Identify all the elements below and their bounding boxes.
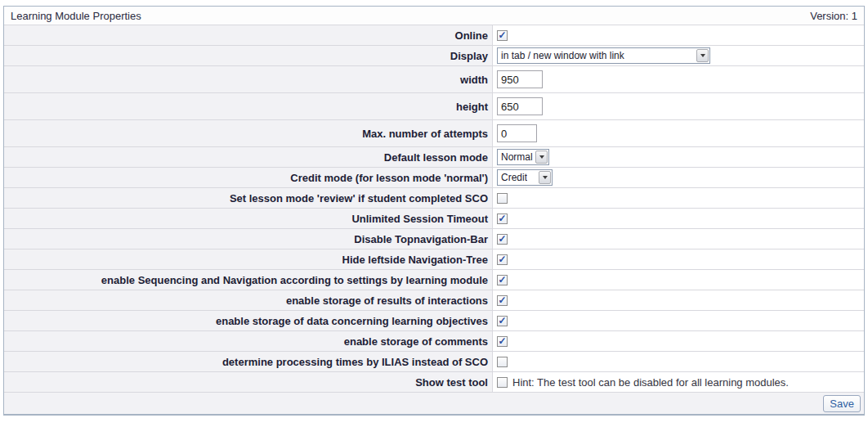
field-control: Normal — [493, 147, 864, 167]
select-value: in tab / new window with link — [498, 50, 624, 61]
field-control: ✓ — [493, 25, 864, 45]
check-icon: ✓ — [498, 336, 506, 346]
unlimited-session-timeout-checkbox[interactable]: ✓ — [497, 214, 508, 224]
field-control — [493, 188, 864, 208]
form-row-default-lesson-mode: Default lesson modeNormal — [4, 147, 864, 168]
field-control: ✓ — [493, 311, 864, 330]
field-control: Credit — [493, 168, 864, 187]
field-label: Set lesson mode 'review' if student comp… — [4, 188, 493, 208]
field-label: enable storage of data concerning learni… — [4, 311, 493, 330]
hint-text: Hint: The test tool can be disabled for … — [512, 376, 789, 389]
review-if-completed-checkbox[interactable] — [497, 193, 508, 204]
enable-sequencing-navigation-checkbox[interactable]: ✓ — [497, 275, 508, 285]
field-label: determine processing times by ILIAS inst… — [4, 352, 493, 371]
version-label: Version: 1 — [810, 10, 857, 22]
field-control — [493, 93, 864, 119]
field-label: Online — [4, 25, 493, 45]
check-icon: ✓ — [498, 30, 506, 40]
field-label: height — [4, 93, 493, 119]
height-input[interactable] — [497, 97, 543, 115]
field-control: ✓ — [493, 270, 864, 290]
check-icon: ✓ — [498, 254, 506, 264]
field-label: Default lesson mode — [4, 147, 493, 167]
form-row-online: Online✓ — [4, 25, 864, 46]
default-lesson-mode-select[interactable]: Normal — [497, 149, 549, 165]
field-control: ✓ — [493, 290, 864, 310]
command-row: Save — [4, 393, 864, 414]
field-control — [493, 352, 864, 371]
form-row-enable-storage-comments: enable storage of comments✓ — [4, 331, 864, 352]
form-row-unlimited-session-timeout: Unlimited Session Timeout✓ — [4, 209, 864, 229]
field-label: enable Sequencing and Navigation accordi… — [4, 270, 493, 290]
form-row-hide-leftside-navigation-tree: Hide leftside Navigation-Tree✓ — [4, 249, 864, 270]
enable-storage-comments-checkbox[interactable]: ✓ — [497, 336, 508, 347]
form-row-enable-storage-objectives: enable storage of data concerning learni… — [4, 311, 864, 331]
chevron-down-icon — [539, 171, 551, 184]
page-title: Learning Module Properties — [11, 10, 141, 22]
field-label: Display — [4, 46, 493, 65]
learning-module-properties-panel: Learning Module Properties Version: 1 On… — [3, 6, 865, 416]
select-value: Normal — [498, 151, 533, 163]
form-row-display: Displayin tab / new window with link — [4, 46, 864, 66]
chevron-down-icon — [696, 49, 709, 62]
field-label: Max. number of attempts — [4, 120, 493, 146]
field-control: Hint: The test tool can be disabled for … — [493, 372, 864, 392]
field-label: Unlimited Session Timeout — [4, 209, 493, 228]
form-row-show-test-tool: Show test toolHint: The test tool can be… — [4, 372, 864, 393]
enable-storage-interactions-checkbox[interactable]: ✓ — [497, 295, 508, 306]
field-control — [493, 66, 864, 92]
field-label: width — [4, 66, 493, 92]
online-checkbox[interactable]: ✓ — [497, 30, 508, 41]
field-label: enable storage of comments — [4, 331, 493, 351]
disable-topnavigation-bar-checkbox[interactable]: ✓ — [497, 234, 508, 245]
field-label: Show test tool — [4, 372, 493, 392]
check-icon: ✓ — [498, 234, 506, 244]
check-icon: ✓ — [498, 214, 506, 223]
select-value: Credit — [498, 172, 527, 183]
field-control: ✓ — [493, 249, 864, 269]
form-row-disable-topnavigation-bar: Disable Topnavigation-Bar✓ — [4, 229, 864, 249]
field-control: ✓ — [493, 209, 864, 228]
width-input[interactable] — [497, 70, 543, 88]
field-control: ✓ — [493, 229, 864, 249]
form-row-enable-storage-interactions: enable storage of results of interaction… — [4, 290, 864, 311]
show-test-tool-checkbox[interactable] — [497, 377, 508, 388]
panel-header: Learning Module Properties Version: 1 — [4, 7, 864, 25]
form-row-max-attempts: Max. number of attempts — [4, 120, 864, 147]
max-attempts-input[interactable] — [497, 124, 537, 142]
processing-times-ilias-checkbox[interactable] — [497, 357, 508, 367]
field-control: in tab / new window with link — [493, 46, 864, 65]
form-row-width: width — [4, 66, 864, 93]
hide-leftside-navigation-tree-checkbox[interactable]: ✓ — [497, 254, 508, 265]
form-row-credit-mode: Credit mode (for lesson mode 'normal')Cr… — [4, 168, 864, 188]
field-label: enable storage of results of interaction… — [4, 290, 493, 310]
save-button[interactable]: Save — [823, 395, 861, 412]
form-rows: Online✓Displayin tab / new window with l… — [4, 25, 864, 393]
field-label: Credit mode (for lesson mode 'normal') — [4, 168, 493, 187]
form-row-review-if-completed: Set lesson mode 'review' if student comp… — [4, 188, 864, 209]
credit-mode-select[interactable]: Credit — [497, 169, 553, 186]
check-icon: ✓ — [498, 275, 506, 285]
form-row-enable-sequencing-navigation: enable Sequencing and Navigation accordi… — [4, 270, 864, 290]
form-row-processing-times-ilias: determine processing times by ILIAS inst… — [4, 352, 864, 372]
form-row-height: height — [4, 93, 864, 120]
check-icon: ✓ — [498, 316, 506, 326]
field-control — [493, 120, 864, 146]
field-control: ✓ — [493, 331, 864, 351]
enable-storage-objectives-checkbox[interactable]: ✓ — [497, 316, 508, 326]
field-label: Disable Topnavigation-Bar — [4, 229, 493, 249]
display-select[interactable]: in tab / new window with link — [497, 47, 710, 64]
field-label: Hide leftside Navigation-Tree — [4, 249, 493, 269]
check-icon: ✓ — [498, 295, 506, 305]
chevron-down-icon — [535, 151, 548, 164]
